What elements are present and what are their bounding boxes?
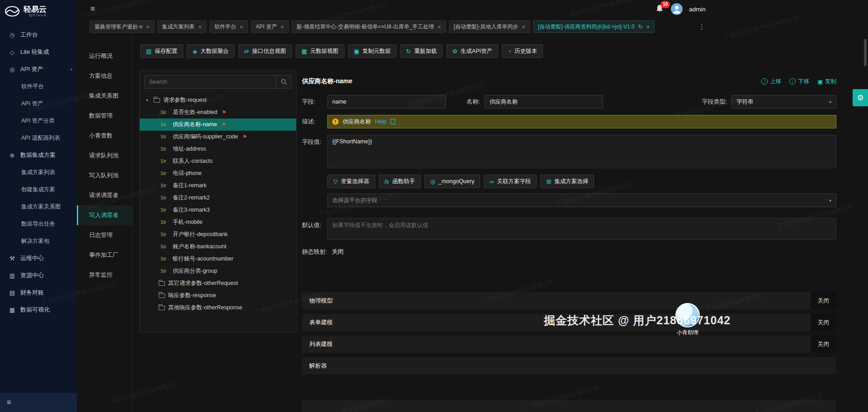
interface-info-view-button[interactable]: ⇌接口信息视图: [238, 44, 292, 58]
caret-down-icon[interactable]: ▾: [146, 98, 151, 103]
search-button[interactable]: [276, 76, 291, 88]
sidebar-collapse-button[interactable]: ≡: [0, 393, 77, 412]
static-mapping-value[interactable]: 关闭: [332, 248, 344, 256]
sidebar-item-resource-center[interactable]: ▥ 资源中心: [0, 267, 77, 284]
tab-auto-supplier-sync[interactable]: [自动爱梨]-供应商资料同步[kd->jst]-V1.0 ↻ ×: [533, 20, 655, 33]
move-down-button[interactable]: ↓下移: [789, 78, 809, 85]
scheme-item-write-scheduler[interactable]: 写入调度者: [77, 205, 132, 225]
scheme-item-data-management[interactable]: 数据管理: [77, 106, 132, 126]
related-scheme-field-button[interactable]: ∞关联方案字段: [484, 175, 537, 188]
mongo-query-button[interactable]: ◎_mongoQuery: [425, 175, 481, 188]
sidebar-subitem-software-platform[interactable]: 软件平台: [0, 78, 77, 95]
sidebar-subitem-data-export-tasks[interactable]: 数据导出任务: [0, 215, 77, 232]
scheme-item-scheme-info[interactable]: 方案信息: [77, 66, 132, 86]
tab-software-platform[interactable]: 软件平台 ×: [209, 20, 248, 33]
scheme-item-request-queue-pool[interactable]: 请求队列池: [77, 146, 132, 166]
tree-folder-other-response[interactable]: 其他响应参数-otherResponse: [140, 302, 296, 314]
close-tab-icon[interactable]: ×: [280, 24, 284, 30]
scheme-item-write-queue-pool[interactable]: 写入队列池: [77, 166, 132, 185]
notification-bell-icon[interactable]: 10: [656, 5, 665, 14]
sidebar-item-finance-reconciliation[interactable]: ▤ 财务对账: [0, 284, 77, 301]
tree-item-phone[interactable]: Str电话-phone: [140, 167, 296, 180]
tree-folder-other-request[interactable]: 其它请求参数-otherRequest: [140, 277, 296, 289]
sidebar-subitem-api-asset-category[interactable]: API 资产分类: [0, 112, 77, 129]
tab-integration-list[interactable]: 集成方案列表 ×: [157, 20, 207, 33]
tree-item-depositbank[interactable]: Str开户银行-depositbank: [140, 228, 296, 241]
section-partial[interactable]: [302, 400, 836, 412]
reload-button[interactable]: ↻重新加载: [400, 44, 443, 58]
sidebar-subitem-solution-package[interactable]: 解决方案包: [0, 232, 77, 250]
tree-folder-response[interactable]: 响应参数-response: [140, 289, 296, 302]
integration-scheme-select-button[interactable]: ⊞集成方案选择: [540, 175, 594, 188]
big-data-aggregation-button[interactable]: ◈大数据聚合: [187, 44, 235, 58]
settings-gear-button[interactable]: ⚙: [853, 89, 868, 106]
close-tab-icon[interactable]: ×: [522, 24, 525, 30]
section-state[interactable]: 关闭: [811, 336, 836, 353]
tree-item-supplier-code[interactable]: Str供应商编码-supplier_code⚑: [140, 131, 296, 143]
sidebar-item-lite-integration[interactable]: ◇ Lite 轻集成: [0, 43, 77, 61]
section-parser[interactable]: 解析器: [302, 357, 836, 374]
username[interactable]: admin: [689, 6, 706, 13]
close-tab-icon[interactable]: ×: [646, 24, 650, 30]
section-state[interactable]: 关闭: [811, 314, 836, 331]
tree-item-address[interactable]: Str地址-address: [140, 143, 296, 155]
metadata-view-button[interactable]: ▦元数据视图: [296, 44, 344, 58]
field-name-input[interactable]: [485, 95, 603, 109]
sidebar-item-data-integration[interactable]: ⊕ 数据集成方案: [0, 147, 77, 164]
tree-item-remark1[interactable]: Str备注1-remark: [140, 180, 296, 192]
scrollbar-thumb[interactable]: [864, 39, 867, 66]
sidebar-subitem-create-integration[interactable]: 创建集成方案: [0, 181, 77, 198]
sidebar-item-workbench[interactable]: ◷ 工作台: [0, 26, 77, 43]
sidebar-subitem-integration-graph[interactable]: 集成方案关系图: [0, 198, 77, 215]
function-helper-button[interactable]: fx函数助手: [379, 175, 421, 188]
tree-item-remark2[interactable]: Str备注2-remark2: [140, 192, 296, 204]
generate-api-asset-button[interactable]: ⚙生成API资产: [446, 44, 498, 58]
user-avatar[interactable]: [671, 3, 683, 15]
tree-item-contacts[interactable]: Str联系人-contacts: [140, 155, 296, 167]
collapse-menu-icon[interactable]: ≡: [90, 5, 95, 14]
tab-api-assets[interactable]: API 资产 ×: [251, 20, 289, 33]
move-up-button[interactable]: ↑上移: [761, 78, 781, 85]
tab-auto-other-inbound-sync[interactable]: [自动爱梨]-其他入库单同步 ×: [449, 20, 530, 33]
sidebar-item-data-visualization[interactable]: ▦ 数据可视化: [0, 301, 77, 318]
close-tab-icon[interactable]: ×: [240, 24, 243, 30]
tree-item-group[interactable]: Str供应商分类-group: [140, 265, 296, 277]
tree-item-mobile[interactable]: Str手机-mobile: [140, 216, 296, 228]
field-value-textarea[interactable]: {{FShortName}}: [327, 135, 836, 168]
sidebar-subitem-integration-list[interactable]: 集成方案列表: [0, 164, 77, 181]
close-tab-icon[interactable]: ×: [438, 24, 441, 30]
tree-item-supplier-name[interactable]: Str供应商名称-name⚑: [140, 118, 296, 131]
tree-item-enabled[interactable]: Str是否生效-enabled⚑: [140, 106, 296, 118]
section-state[interactable]: 关闭: [811, 292, 836, 309]
refresh-tab-icon[interactable]: ↻: [638, 24, 643, 30]
document-icon[interactable]: [391, 119, 395, 124]
sidebar-subitem-api-adapter-list[interactable]: API 适配器列表: [0, 129, 77, 147]
help-link[interactable]: Help: [375, 118, 387, 125]
scheme-item-integration-graph[interactable]: 集成关系图: [77, 86, 132, 106]
close-tab-icon[interactable]: ×: [198, 24, 202, 30]
scheme-item-exception-monitor[interactable]: 异常监控: [77, 265, 132, 285]
close-tab-icon[interactable]: ×: [146, 24, 150, 30]
brand-logo[interactable]: 轻易云 QCloud: [0, 0, 77, 23]
field-type-select[interactable]: 字符串 ▾: [731, 95, 836, 109]
default-value-textarea[interactable]: [327, 218, 836, 240]
sidebar-item-ops-center[interactable]: ⚒ 运维中心: [0, 250, 77, 267]
tab-refund-management[interactable]: 退换管理客户退款-v ×: [90, 20, 155, 33]
scheme-item-log-management[interactable]: 日志管理: [77, 225, 132, 245]
search-input[interactable]: [145, 79, 276, 85]
history-versions-button[interactable]: ◔历史版本: [502, 44, 543, 58]
tree-item-bankacount[interactable]: Str账户名称-bankacount: [140, 241, 296, 253]
section-list-modeling[interactable]: 列表建模 关闭: [302, 336, 836, 353]
copy-field-button[interactable]: ▣复制: [817, 78, 836, 85]
scheme-item-xiaoqing-query[interactable]: 小青查数: [77, 126, 132, 146]
tab-options-icon[interactable]: ⋮: [698, 23, 705, 31]
tree-folder-request[interactable]: ▾ 请求参数-request: [140, 94, 296, 106]
sidebar-subitem-api-assets[interactable]: API 资产: [0, 95, 77, 112]
scheme-item-request-scheduler[interactable]: 请求调度者: [77, 185, 132, 205]
tab-lingxing-settlement[interactable]: 新-领星结算中心-交易明细-赔偿单=>U8-出库单_手工处理 ×: [292, 20, 446, 33]
copy-metadata-button[interactable]: ▣复制元数据: [348, 44, 397, 58]
scheme-item-event-factory[interactable]: 事件加工厂: [77, 245, 132, 265]
tree-item-remark3[interactable]: Str备注3-remark3: [140, 204, 296, 216]
field-key-input[interactable]: [327, 95, 446, 109]
tree-item-acountnumber[interactable]: Str银行账号-acountnumber: [140, 253, 296, 265]
